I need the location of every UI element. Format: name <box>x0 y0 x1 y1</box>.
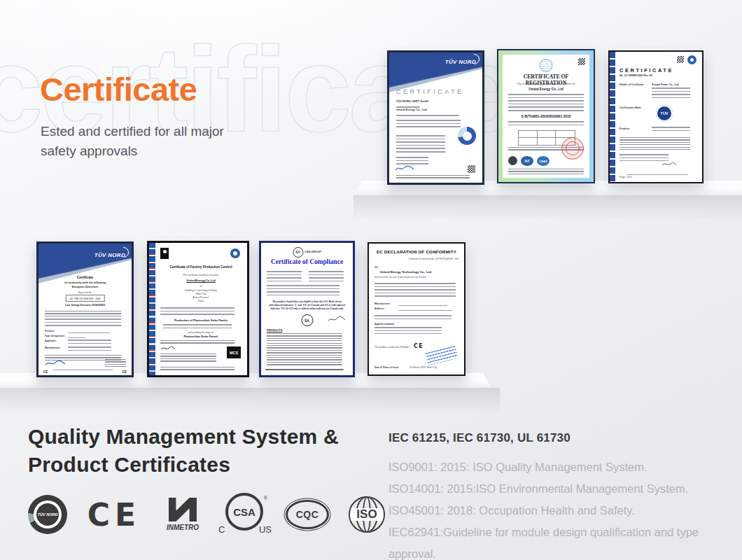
holder-address-lines <box>652 88 690 100</box>
csa-group-logo: SA CSA GROUP <box>293 247 321 258</box>
address-line: China <box>159 300 243 303</box>
field-lines-right <box>309 271 344 282</box>
vertical-title-band <box>610 52 615 182</box>
cert-issuer: TÜV NORD CERT GmbH <box>396 99 428 103</box>
iso-logo-icon: ISO <box>346 493 388 536</box>
certify-line: This is to certify the quality managemen… <box>503 83 589 85</box>
cert-title: CERTIFICATE <box>396 88 464 95</box>
field-lines-left <box>267 271 302 282</box>
product-value-bar <box>68 332 110 333</box>
manufacturer-lines <box>68 346 111 353</box>
responsibility-line: declare under our sole responsibility th… <box>374 276 426 279</box>
certificate-registration[interactable]: CERTIFICATE OF REGISTRATION This is to c… <box>497 49 595 183</box>
csa-registered-mark: ® <box>264 496 267 500</box>
ce-line: The product carries the CE Mark: <box>374 346 410 349</box>
cert-number: No. 23 10H888 0368 Rev. 00 <box>620 74 652 77</box>
accreditation-logo-icon <box>508 156 517 165</box>
cert-title: EC DECLARATION OF CONFORMITY <box>374 249 458 254</box>
certificate-tuv-product[interactable]: TÜV NORD CERTIFICATE TÜV NORD CERT GmbH … <box>387 50 484 185</box>
body-text-lines <box>620 137 690 151</box>
cnas-logo: CNAS <box>537 156 550 166</box>
cert-title: CERTIFICATE <box>620 67 673 74</box>
ce-mark-left: CE <box>43 370 48 374</box>
standards-title: IEC 61215, IEC 61730, UL 61730 <box>388 431 570 445</box>
of-line: of <box>159 285 243 288</box>
csa-group-text: CSA GROUP <box>304 251 321 253</box>
date-label: Date & Place of Issue: <box>374 366 399 369</box>
cert-holder: United Energy Co., Ltd. <box>396 108 427 111</box>
cert-number: Certificate of conformity No.: 44 799 23… <box>409 258 458 260</box>
signature <box>160 345 176 351</box>
address-label: Address: <box>374 307 385 310</box>
tuv-mark-text: TÜV <box>661 111 668 115</box>
product-value-lines <box>652 127 690 132</box>
scope-lines <box>163 324 232 330</box>
red-stamp-icon <box>561 137 584 160</box>
csa-c-label: C <box>218 524 225 535</box>
detail-text-lines <box>396 135 445 153</box>
issued-to-lines <box>267 285 340 296</box>
certificate-ec-declaration[interactable]: EC DECLARATION OF CONFORMITY Certificate… <box>368 242 465 376</box>
iso-label: ISO <box>350 508 384 521</box>
page-subtitle: Ested and certified for all major safety… <box>41 122 224 161</box>
address-block-lines <box>105 359 126 367</box>
footer-bar <box>626 174 688 175</box>
cert-holder: United Energy Co., Ltd <box>503 88 589 91</box>
certificate-tuv-conformity[interactable]: TÜV NORD Certificate of conformity with … <box>36 241 134 377</box>
signature <box>45 360 66 367</box>
csa-mark-icon: SA <box>301 314 313 326</box>
page-indicator: Page 1 of 3 <box>620 176 631 178</box>
seal-center <box>463 132 472 141</box>
assessment-lines <box>160 307 234 316</box>
date-value: 16 March 2023, Hefei City <box>410 366 437 369</box>
holder-label: Holder of Certificate: <box>620 83 645 86</box>
cert-number-lines <box>160 354 216 362</box>
description-lines <box>374 283 456 298</box>
csa-us-label: US <box>259 524 272 535</box>
standard-item: ISO45001: 2018: Occupation Health and Sa… <box>388 500 742 522</box>
footer-lines <box>160 367 234 372</box>
page-title: Certificate <box>40 70 197 108</box>
registration-inner: CERTIFICATE OF REGISTRATION This is to c… <box>503 55 589 178</box>
cqc-label: CQC <box>296 509 319 520</box>
standard-item: ISO14001: 2015:ISO Environmental Managem… <box>388 478 742 500</box>
applied-standard-label: Applied standard: <box>374 323 395 326</box>
range-value: Photovoltaic Solar Panels <box>159 335 243 338</box>
middle-shelf-shadow <box>0 388 500 413</box>
certificate-csa-compliance[interactable]: SA CSA GROUP Certificate of Compliance T… <box>259 241 355 377</box>
products-label: PRODUCTS <box>267 328 282 332</box>
certification-logos-row: TÜV NORD CE INMETRO CSA C US ® CQC ISO <box>28 490 388 539</box>
cert-holder: United Energy Technology Co., Ltd. <box>380 270 432 274</box>
ukca-crest-icon <box>160 248 169 259</box>
qr-code <box>677 56 684 63</box>
subtitle-line1: Ested and certified for all major <box>41 122 224 141</box>
address-block: Building 1, Lian Dong U Valley Hefei Cit… <box>159 289 243 303</box>
tuv-label: TÜV NORD <box>36 503 59 526</box>
crest-dot <box>163 250 167 253</box>
quality-heading-line1: Quality Management System & <box>28 423 339 451</box>
tuv-round-logo-icon <box>687 55 696 64</box>
certificate-page: certificate Certificate Ested and certif… <box>0 0 742 560</box>
signature <box>395 164 414 172</box>
table-cell <box>519 131 538 138</box>
tuv-outer-ring: TÜV NORD <box>28 495 67 534</box>
mcs-logo: MCS <box>227 346 241 358</box>
we-line: We, <box>374 266 379 269</box>
address-text-lines <box>508 94 584 112</box>
range-line: and including the range of: <box>159 331 243 334</box>
inmetro-label: INMETRO <box>167 524 199 531</box>
manufacturer-bar <box>398 305 447 306</box>
certificate-factory-production[interactable]: Certificate of Factory Production Contro… <box>147 241 249 377</box>
type-label: Type designation: <box>45 335 65 337</box>
title-line2: of conformity with the following <box>38 281 132 284</box>
red-stamp-inner <box>566 141 580 155</box>
issued-line: This certificate has been issued to: <box>159 274 243 276</box>
logo-dot <box>233 251 237 255</box>
certificate-tuv-sunpal[interactable]: CERTIFICATE No. 23 10H888 0368 Rev. 00 H… <box>608 50 704 183</box>
signature <box>328 316 346 323</box>
detail-lines <box>620 154 668 161</box>
standard-item: IEC62941:Guideline for module design qua… <box>388 522 742 560</box>
columns-row-lines <box>45 311 121 316</box>
manufacturer-label: Manufacturer: <box>45 346 61 349</box>
cert-title: Certificate of Factory Production Contro… <box>159 265 243 269</box>
